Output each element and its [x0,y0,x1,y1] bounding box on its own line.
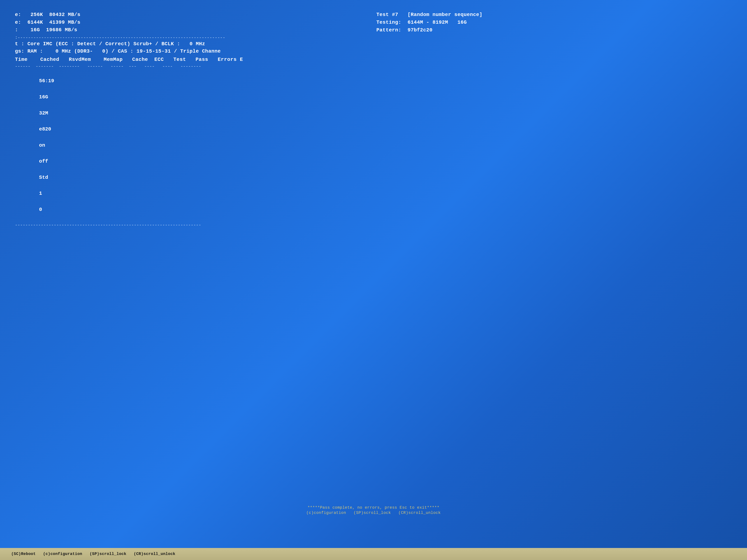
col-test: Test [173,56,196,63]
speed-line-3: : 16G 19686 MB/s [15,26,370,34]
memtest-screen: e: 256K 80432 MB/s e: 6144K 41399 MB/s :… [0,0,747,560]
cell-ecc-val: off [39,159,48,164]
status-key-hints: (c)configuration (SP)scroll_lock (CR)scr… [306,511,441,515]
col-memmap: MemMap [104,56,132,63]
table-data-row-1: 56:19 16G 32M e820 on off Std 1 [15,69,732,222]
col-cached: Cached [40,56,69,63]
cell-rsvdmem [39,102,57,108]
bottom-bar: (SC)Reboot (c)configuration (SP)scroll_l… [0,548,747,560]
cell-cached-val: 16G [39,94,48,100]
left-column: e: 256K 80432 MB/s e: 6144K 41399 MB/s :… [15,11,370,34]
cell-test-val: Std [39,175,48,180]
table-header: Time Cached RsvdMem MemMap Cache ECC Tes… [15,56,732,64]
status-area: *****Pass complete, no errors, press Esc… [0,505,747,515]
cell-time: 56:19 [39,78,54,84]
cell-pass-val: 1 [39,191,42,196]
speed-line-1: e: 256K 80432 MB/s [15,11,370,19]
right-column: Test #7 [Random number sequence] Testing… [370,11,732,34]
cell-memmap-val: e820 [39,126,51,132]
settings-line-1: t : Core IMC (ECC : Detect / Correct) Sc… [15,41,732,48]
cell-cache-val: on [39,142,45,148]
cell-errors-val: 0 [39,207,42,212]
bottom-bar-text: (SC)Reboot (c)configuration (SP)scroll_l… [11,552,175,556]
test-number-line: Test #7 [Random number sequence] [377,11,732,19]
col-errors: Errors E [217,56,243,63]
table-header-dashes: ------ ------- -------- ------ ----- ---… [15,64,732,69]
screen-content: e: 256K 80432 MB/s e: 6144K 41399 MB/s :… [0,0,747,560]
cell-pass [39,183,54,188]
cell-rsvdmem-val: 32M [39,110,48,116]
col-pass: Pass [196,56,218,63]
testing-range-line: Testing: 6144M - 8192M 16G [377,19,732,26]
top-section: e: 256K 80432 MB/s e: 6144K 41399 MB/s :… [15,11,732,34]
settings-line-2: gs: RAM : 0 MHz (DDR3- 0) / CAS : 19-15-… [15,48,732,55]
status-pass-message: *****Pass complete, no errors, press Esc… [308,505,440,510]
cell-test [39,166,48,172]
cell-cache [39,134,57,140]
col-cache: Cache [132,56,154,63]
col-ecc: ECC [154,56,174,63]
col-time: Time [15,56,40,63]
cell-memmap [39,118,57,124]
speed-line-2: e: 6144K 41399 MB/s [15,19,370,26]
pattern-line: Pattern: 97bf2c20 [377,27,732,34]
results-table: Time Cached RsvdMem MemMap Cache ECC Tes… [15,56,732,228]
cell-ecc [39,151,51,156]
col-rsvdmem: RsvdMem [69,56,104,63]
cell-cached [39,86,57,92]
cell-errors [39,199,60,204]
table-bottom-dashes: ----------------------------------------… [15,222,732,228]
top-divider: :---------------------------------------… [15,35,732,41]
